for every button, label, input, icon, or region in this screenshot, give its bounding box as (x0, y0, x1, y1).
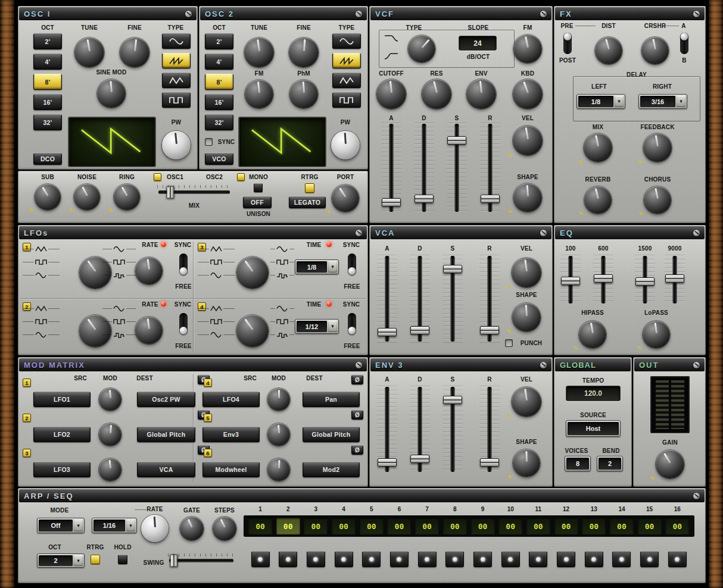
eq-band-600-slider[interactable] (593, 255, 613, 305)
delay-left-select[interactable]: 1/8 (576, 94, 625, 109)
slot4-amount-knob[interactable] (267, 388, 290, 411)
step-value-display[interactable]: 00 (638, 518, 662, 534)
chevron-down-icon[interactable] (328, 321, 337, 332)
osc2-type-sine-button[interactable] (332, 33, 361, 49)
chorus-knob[interactable] (644, 186, 671, 214)
osc1-oct-4ft-button[interactable]: 4' (33, 54, 62, 70)
env3-release-slider[interactable] (479, 386, 500, 473)
vca-release-slider-handle[interactable] (480, 326, 499, 334)
mix-slider-handle[interactable] (167, 186, 174, 199)
lfo3-sine2-wave-row[interactable] (270, 245, 294, 253)
vcf-decay-slider-handle[interactable] (415, 195, 434, 203)
highpass-filter-icon[interactable] (384, 51, 399, 61)
lfo2-random-wave-row[interactable] (102, 330, 136, 339)
osc1-enable-button[interactable] (154, 173, 161, 181)
slot4-dest-button[interactable]: Pan (303, 392, 360, 407)
osc2-fm-knob[interactable] (245, 80, 273, 108)
osc1-type-triangle-button[interactable] (162, 73, 191, 88)
kbd-knob[interactable] (513, 79, 543, 109)
step-value-display[interactable]: 00 (554, 518, 578, 534)
lfo2-triangle-wave-row[interactable] (23, 304, 60, 312)
slot6-amount-knob[interactable] (267, 458, 290, 481)
chevron-down-icon[interactable] (74, 555, 83, 566)
lfo4-square-wave-row[interactable] (198, 317, 235, 326)
step-value-display[interactable]: 00 (665, 518, 689, 534)
slot2-amount-knob[interactable] (99, 423, 121, 446)
source-select[interactable]: Host (566, 420, 621, 437)
swing-slider-handle[interactable] (170, 555, 178, 567)
lfo4-sine2-wave-row[interactable] (270, 304, 294, 312)
env3-attack-slider-handle[interactable] (378, 458, 397, 467)
vcf-sustain-slider-handle[interactable] (447, 136, 466, 145)
dist-knob[interactable] (595, 37, 622, 64)
step-button[interactable] (501, 551, 520, 567)
tempo-display[interactable]: 120.0 (566, 386, 621, 401)
lfo2-sine-wave-row[interactable] (23, 330, 60, 339)
osc2-tune-knob[interactable] (244, 37, 274, 67)
lfo3-random-wave-row[interactable] (270, 271, 294, 279)
lfo4-triangle-wave-row[interactable] (198, 304, 235, 312)
slot1-src-button[interactable]: LFO1 (33, 392, 91, 407)
env3-attack-slider[interactable] (377, 386, 397, 473)
vca-shape-knob[interactable] (512, 303, 541, 331)
chevron-down-icon[interactable] (74, 520, 83, 531)
slot2-src-button[interactable]: LFO2 (33, 427, 91, 442)
step-value-display[interactable]: 00 (526, 518, 550, 534)
step-value-display[interactable]: 00 (360, 518, 384, 534)
legato-button[interactable]: LEGATO (289, 196, 326, 208)
step-button[interactable] (418, 551, 437, 567)
osc1-oct-16ft-button[interactable]: 16' (33, 94, 62, 110)
arp-rate-select[interactable]: 1/16 (92, 518, 137, 533)
crshr-knob[interactable] (641, 37, 669, 64)
step-button[interactable] (390, 551, 409, 567)
osc1-oct-8ft-button[interactable]: 8' (33, 74, 62, 90)
env3-decay-slider-handle[interactable] (410, 455, 429, 463)
osc2-sync-checkbox[interactable] (205, 138, 213, 146)
slot3-amount-knob[interactable] (99, 458, 121, 481)
osc2-oct-2ft-button[interactable]: 2' (205, 33, 233, 49)
step-value-display[interactable]: 00 (248, 518, 272, 534)
step-button[interactable] (473, 551, 492, 567)
lfo3-square2-wave-row[interactable] (270, 258, 294, 266)
lfo1-square2-wave-row[interactable] (102, 258, 136, 266)
arp-rate-knob[interactable] (141, 515, 169, 542)
lfo3-square-wave-row[interactable] (198, 258, 235, 266)
filter-type-knob[interactable] (408, 35, 435, 62)
step-button[interactable] (612, 551, 631, 567)
sub-knob[interactable] (35, 184, 61, 210)
osc2-oct-32ft-button[interactable]: 32' (205, 114, 233, 130)
step-button[interactable] (668, 551, 687, 567)
hold-button[interactable] (118, 555, 127, 564)
step-button[interactable] (529, 551, 547, 567)
lfo4-time-select[interactable]: 1/12 (295, 319, 339, 334)
swing-slider[interactable] (168, 553, 235, 568)
lfo1-sine2-wave-row[interactable] (102, 245, 136, 253)
vcf-release-slider[interactable] (480, 123, 500, 213)
slot3-src-button[interactable]: LFO3 (33, 462, 91, 477)
lowpass-filter-icon[interactable] (384, 33, 399, 43)
mode-select[interactable]: Off (37, 518, 85, 533)
steps-knob[interactable] (213, 517, 236, 540)
slot6-src-button[interactable]: Modwheel (202, 462, 260, 477)
slot1-amount-knob[interactable] (99, 388, 121, 411)
lfo1-rate-knob[interactable] (135, 257, 163, 284)
osc1-sine-mod-knob[interactable] (97, 79, 126, 108)
vcf-fm-knob[interactable] (513, 35, 542, 63)
osc1-type-saw-button[interactable] (162, 53, 191, 68)
step-button[interactable] (279, 551, 297, 567)
step-button[interactable] (585, 551, 603, 567)
lfo1-sync-free-toggle[interactable] (179, 254, 188, 275)
vcf-vel-knob[interactable] (513, 126, 543, 155)
step-button[interactable] (557, 551, 575, 567)
lopass-knob[interactable] (643, 321, 670, 348)
osc2-vco-button[interactable]: VCO (205, 153, 233, 165)
lfo3-sync-free-toggle[interactable] (348, 254, 356, 275)
gain-knob[interactable] (656, 450, 684, 478)
lfo1-triangle-wave-row[interactable] (23, 245, 60, 253)
delay-mix-knob[interactable] (584, 133, 612, 162)
pre-post-toggle[interactable] (563, 33, 572, 54)
lfo4-wave-select-knob[interactable] (236, 315, 269, 347)
osc2-type-saw-button[interactable] (332, 53, 361, 68)
vca-sustain-slider[interactable] (442, 255, 463, 343)
step-value-display[interactable]: 00 (332, 518, 356, 534)
